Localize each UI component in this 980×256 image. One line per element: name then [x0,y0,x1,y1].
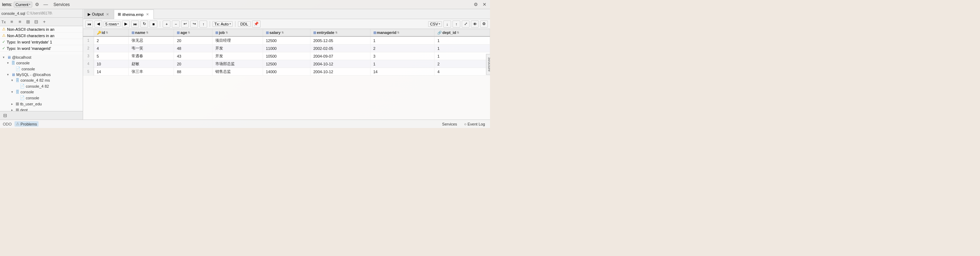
problem-text-2: Non-ASCII characters in an [7,33,54,38]
close-icon[interactable]: ✕ [481,1,488,8]
problem-text-1: Non-ASCII characters in an [7,27,54,32]
tree-label-mysql: MySQL - @localhos [16,73,51,77]
table-row[interactable]: 5 14 张三丰 88 销售总监 14000 2004-10-12 14 4 [83,68,490,76]
align-left-icon[interactable]: ≡ [8,18,15,25]
entrydate-col-icon: ⊞ [313,31,316,35]
cell-deptid: 4 [434,68,490,76]
export-up-button[interactable]: ↑ [452,21,460,28]
tree-item-console4-db[interactable]: 🗄 console_4 82 ms [0,78,83,83]
col-job-sort[interactable]: ⇅ [226,31,228,34]
structure-tab[interactable]: Structure [486,54,490,75]
arrow-dept[interactable] [11,108,16,111]
console2-file-icon: 📄 [20,95,25,100]
nav-first-button[interactable]: ⏮ [85,21,93,28]
export-down-button[interactable]: ↓ [443,21,451,28]
col-managerid[interactable]: ⊞ managerid ⇅ [370,29,434,37]
stop-button[interactable]: ■ [150,21,158,28]
cell-rownum: 3 [83,52,94,60]
col-managerid-sort[interactable]: ⇅ [397,31,399,34]
filter-icon[interactable]: ⊟ [32,18,40,25]
cell-managerid: 3 [370,52,434,60]
cell-managerid: 14 [370,68,434,76]
tab-itheima[interactable]: ⊞ itheima.emp ✕ [114,10,154,19]
csv-selector[interactable]: CSV ▾ [428,21,442,27]
tab-itheima-close[interactable]: ✕ [145,12,150,17]
tree-item-localhost[interactable]: 🖥 @localhost [0,54,83,60]
col-job[interactable]: ⊞ job ⇅ [213,29,263,37]
col-salary[interactable]: ⊞ salary ⇅ [262,29,310,37]
tab-itheima-label: itheima.emp [123,13,143,17]
col-name[interactable]: ⊞ name ⇅ [129,29,174,37]
arrow-console-db[interactable] [7,61,11,65]
arrow-mysql[interactable] [7,73,11,76]
nav-last-button[interactable]: ⏭ [131,21,139,28]
grid-toolbar: ⏮ ◀ 5 rows ▾ ▶ ⏭ ↻ ■ + − ↩ ↪ ↑ Tx: Auto [83,19,490,29]
salary-col-icon: ⊞ [266,31,269,35]
minimize-icon[interactable]: — [42,1,49,8]
tx-selector[interactable]: Tx: Auto ▾ [213,21,232,27]
tree-item-console-db[interactable]: 🗄 console [0,60,83,66]
revert-button[interactable]: ↩ [181,21,189,28]
data-grid[interactable]: 🔑 id ⇅ ⊞ name ⇅ [83,29,490,119]
settings-icon[interactable]: ⚙ [33,1,41,8]
arrow-console4-db[interactable] [11,78,16,82]
arrow-localhost[interactable] [3,56,7,59]
two-columns-icon[interactable]: ⊟ [2,112,8,119]
col-id-sort[interactable]: ⇅ [106,31,108,34]
col-name-sort[interactable]: ⇅ [146,31,148,34]
services-button[interactable]: Services [440,122,459,127]
table-row[interactable]: 1 2 张无忌 20 项目经理 12500 2005-12-05 1 1 [83,37,490,45]
col-age[interactable]: ⊞ age ⇅ [174,29,213,37]
event-log-button[interactable]: ○ Event Log [462,122,487,127]
table-row[interactable]: 4 10 赵敏 20 市场部总监 12500 2004-10-12 1 2 [83,60,490,68]
arrow-console2-db[interactable] [11,90,16,94]
nav-prev-button[interactable]: ◀ [94,21,102,28]
tab-output-close[interactable]: ✕ [105,12,110,17]
cell-job: 销售总监 [213,68,263,76]
col-deptid-sort[interactable]: ⇅ [457,31,459,34]
tree-item-mysql[interactable]: 🖥 MySQL - @localhos [0,72,83,78]
col-age-sort[interactable]: ⇅ [188,31,190,34]
col-entrydate-sort[interactable]: ⇅ [335,31,337,34]
current-selector[interactable]: Current ▾ [14,2,32,8]
col-rownum [83,29,94,37]
grid-icon[interactable]: ⊞ [24,18,32,25]
table-icon-tb-user-edu: ▦ [16,102,19,106]
tree-item-console4-file[interactable]: 📄 console_4 82 [0,83,83,89]
tree-label-console2-file: console [26,96,39,100]
plus-icon[interactable]: + [41,18,48,25]
col-id[interactable]: 🔑 id ⇅ [94,29,129,37]
nav-next-button[interactable]: ▶ [122,21,130,28]
cell-name: 赵敏 [129,60,174,68]
tree-item-tb-user-edu[interactable]: ▦ tb_user_edu [0,101,83,107]
arrow-tb-user-edu[interactable] [11,102,16,106]
tree-item-console-file[interactable]: 📄 console [0,66,83,72]
rows-selector[interactable]: 5 rows ▾ [103,21,121,27]
col-job-label: job [219,30,225,35]
delete-row-button[interactable]: − [172,21,180,28]
settings-right-icon[interactable]: ⚙ [473,1,479,8]
refresh-button[interactable]: ↻ [140,21,148,28]
ddl-button[interactable]: DDL [238,21,251,27]
table-row[interactable]: 2 4 韦一笑 48 开发 11000 2002-02-05 2 1 [83,45,490,52]
output-tab-icon: ▶ [88,12,91,17]
tree-item-dept[interactable]: ▦ dept [0,107,83,111]
separator-2 [210,21,210,27]
grid-settings-button[interactable]: ⚙ [480,21,488,28]
move-up-button[interactable]: ↑ [199,21,207,28]
table-row[interactable]: 3 5 常遇春 43 开发 10500 2004-09-07 3 1 [83,52,490,60]
eye-button[interactable]: 👁 [471,21,479,28]
tree-item-console2-file[interactable]: 📄 console [0,95,83,101]
revert2-button[interactable]: ↪ [190,21,198,28]
tree-item-console2-db[interactable]: 🗄 console [0,89,83,95]
add-row-button[interactable]: + [162,21,170,28]
expand-button[interactable]: ⤢ [462,21,469,28]
pin-button[interactable]: 📌 [252,21,261,28]
tab-output[interactable]: ▶ Output ✕ [84,9,114,19]
cell-id: 4 [94,45,129,52]
col-entrydate[interactable]: ⊞ entrydate ⇅ [310,29,370,37]
col-deptid[interactable]: 🔗 dept_id ⇅ [434,29,490,37]
problems-tab[interactable]: ⚠ Problems [14,121,38,127]
col-salary-sort[interactable]: ⇅ [282,31,284,34]
align-center-icon[interactable]: ≡ [16,18,23,25]
